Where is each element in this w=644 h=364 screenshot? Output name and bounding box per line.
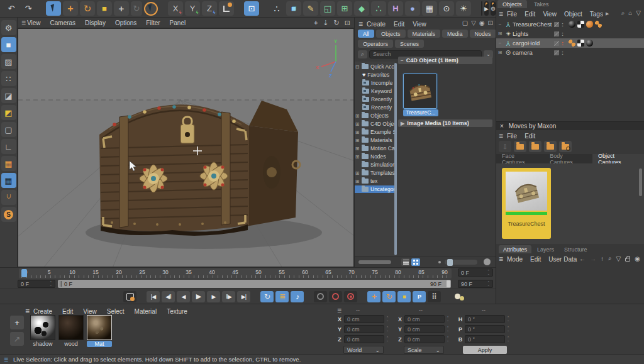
asset-target-icon[interactable]: ◉ [479, 19, 485, 26]
object-row-treasurechest[interactable]: − Y TreasureChest : [496, 19, 644, 29]
render-view-button[interactable] [481, 1, 482, 16]
material-item-shadow[interactable]: shadow [30, 315, 55, 347]
render-settings-button[interactable]: ⚙ [491, 1, 496, 16]
filter-chip-all[interactable]: All [358, 30, 374, 38]
grid-view-toggle[interactable] [411, 258, 420, 266]
asset-display-icon[interactable]: ▢ [462, 19, 468, 26]
field-icon[interactable]: H [388, 1, 403, 16]
rotation-h-field[interactable]: 0 ° [465, 315, 505, 323]
rotation-p-field[interactable]: 0 ° [465, 325, 505, 333]
tree-item-tex[interactable]: ⊞tex [355, 177, 395, 185]
tab-object-captures[interactable]: Object Captures [592, 154, 644, 163]
tree-item-recently-1[interactable]: Recently [355, 96, 395, 103]
tree-item-templates[interactable]: ⊞Templates & [355, 169, 395, 177]
point-graph-icon[interactable]: ∴ [269, 1, 284, 16]
moves-export-folder-button[interactable] [544, 141, 557, 152]
asset-menu-icon[interactable]: ≡ [358, 19, 363, 28]
selection-ring-icon[interactable] [144, 2, 158, 16]
material-tag[interactable] [586, 40, 593, 47]
point-mode-icon[interactable]: ∷ [1, 71, 16, 86]
tweak-mode-icon[interactable]: ▢ [1, 122, 16, 137]
axis-mode-icon[interactable]: ∟ [1, 139, 16, 154]
workplane-icon[interactable]: ▦ [1, 156, 16, 171]
material-menu-item[interactable]: Create [33, 308, 52, 315]
material-preview-shadow[interactable] [30, 315, 55, 340]
object-row-cargohold[interactable]: − Y cargoHold : [496, 38, 644, 48]
loop-toggle-button[interactable]: ↻ [260, 291, 274, 302]
coordinate-system-dropdown[interactable]: World⌄ [343, 346, 384, 354]
viewport-dolly-icon[interactable]: ⇣ [323, 19, 328, 27]
visibility-dots[interactable]: : [562, 31, 564, 36]
timeline-playhead[interactable] [21, 269, 27, 277]
om-filter-icon[interactable]: ▽ [636, 9, 641, 17]
filter-chip-objects[interactable]: Objects [376, 30, 406, 38]
keyframe-bars-button[interactable]: ≣ [275, 291, 289, 302]
viewport-solo-icon[interactable]: ⊡ [244, 1, 259, 16]
viewport-menu-item[interactable]: Cameras [50, 19, 76, 26]
filter-chip-nodes[interactable]: Nodes [470, 30, 496, 38]
om-search-icon[interactable]: ⌕ [621, 9, 625, 17]
previous-key-button[interactable]: ◀‖ [162, 291, 175, 302]
om-menu-item[interactable]: Edit [525, 11, 535, 18]
om-menu-icon[interactable]: ≡ [499, 9, 503, 18]
previous-frame-button[interactable]: ◀ [177, 291, 190, 302]
viewport-menu-item[interactable]: Display [85, 19, 106, 26]
tree-item-nodes[interactable]: ⊞Nodes [355, 153, 395, 160]
tree-item-uncategorized[interactable]: Uncategoriz [355, 185, 395, 193]
viewport-menu-item[interactable]: View [27, 19, 41, 26]
preview-end-field[interactable]: 90 F ⌃⌄ [458, 280, 493, 288]
phong-tag[interactable] [577, 21, 584, 28]
next-frame-button[interactable]: ▶ [207, 291, 220, 302]
lock-z-axis-icon[interactable]: Z↳ [202, 1, 217, 16]
moves-copy-folder-button[interactable] [529, 141, 541, 152]
material-menu-icon[interactable]: ≡ [25, 307, 30, 316]
phong-tag[interactable] [577, 40, 584, 47]
tree-item-example-scenes[interactable]: ⊞Example Sc [355, 128, 395, 136]
visibility-dots[interactable]: : [562, 41, 564, 46]
range-start-handle[interactable] [60, 281, 62, 287]
spline-pen-icon[interactable]: ✎ [303, 1, 318, 16]
lock-y-axis-icon[interactable]: Y↳ [185, 1, 200, 16]
omni-move-icon[interactable]: + [114, 1, 129, 16]
list-view-toggle[interactable] [401, 258, 410, 266]
key-position-button[interactable]: + [367, 291, 380, 302]
live-selection-icon[interactable] [46, 1, 61, 16]
range-end-handle[interactable] [447, 280, 450, 287]
moves-menu-icon[interactable]: ≡ [499, 131, 503, 140]
moves-import-button[interactable]: ⇩ [499, 141, 511, 152]
attr-forward-icon[interactable]: → [590, 255, 596, 262]
search-icon[interactable]: ⌕ [358, 50, 367, 58]
material-menu-item[interactable]: Edit [62, 308, 73, 315]
viewport-menu-item[interactable]: Options [115, 19, 136, 26]
viewport-menu-icon[interactable]: ≡ [21, 18, 26, 27]
polygon-mode-icon[interactable]: ◩ [1, 105, 16, 120]
texture-mode-icon[interactable]: ▨ [1, 54, 16, 69]
viewport-menu-item[interactable]: Filter [146, 19, 160, 26]
coordinate-system-icon[interactable] [219, 1, 234, 16]
layer-toggle[interactable] [554, 22, 559, 27]
preview-start-field[interactable]: 0 F ⌃⌄ [458, 268, 493, 277]
render-picture-viewer-button[interactable]: ▶ [484, 1, 489, 16]
asset-menu-item[interactable]: Edit [394, 21, 404, 28]
tree-item-keywords[interactable]: Keyword [355, 87, 395, 95]
moves-close-icon[interactable]: × [500, 123, 504, 130]
asset-menu-item[interactable]: Create [367, 21, 386, 28]
capture-tag[interactable] [586, 21, 593, 28]
keyframe-link-button[interactable] [451, 291, 464, 302]
key-parameter-button[interactable]: P [413, 291, 426, 302]
group-header-image-media[interactable]: ▶Image Media (10 Items) [398, 119, 492, 127]
attr-menu-item[interactable]: Mode [507, 256, 523, 263]
tree-item-materials[interactable]: ⊞Materials [355, 136, 395, 144]
timeline-ruler[interactable]: 051015202530354045505560657075808590 [19, 268, 452, 279]
tree-item-incomplete[interactable]: Incomple [355, 79, 395, 87]
attr-search-icon[interactable]: ⌕ [608, 255, 612, 262]
deformer-icon[interactable]: ◆ [354, 1, 369, 16]
tab-attributes[interactable]: Attributes [499, 245, 531, 253]
layer-toggle[interactable] [554, 31, 559, 36]
add-material-button[interactable]: + [10, 316, 24, 329]
soft-selection-icon[interactable]: ↻ [131, 1, 142, 16]
moves-menu-item[interactable]: Edit [525, 133, 535, 140]
key-scale-button[interactable]: ■ [397, 291, 411, 302]
asset-menu-item[interactable]: View [413, 21, 426, 28]
status-menu-icon[interactable]: ≡ [4, 355, 8, 364]
